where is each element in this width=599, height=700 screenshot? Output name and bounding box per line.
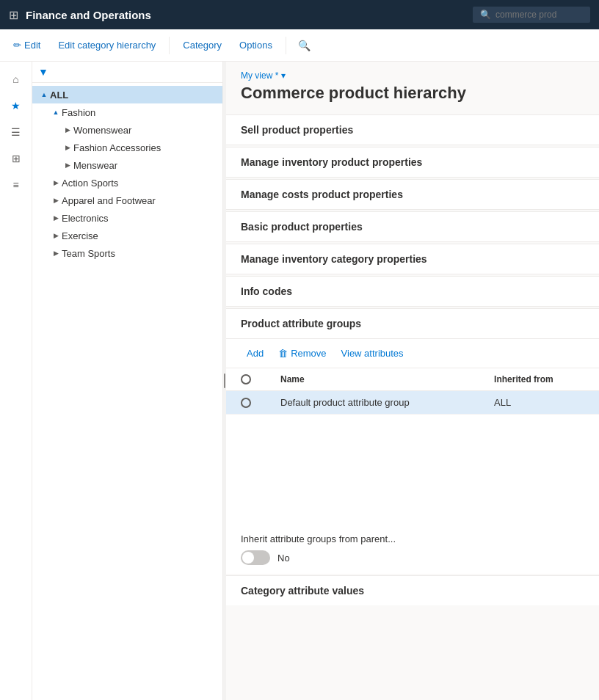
page-title: Commerce product hierarchy — [226, 84, 599, 114]
attr-inherited-from: ALL — [479, 391, 599, 415]
category-button[interactable]: Category — [175, 35, 229, 55]
tree-label-all: ALL — [50, 90, 68, 101]
chevron-action-sports: ▶ — [50, 177, 62, 189]
toggle-row: No — [241, 550, 584, 565]
tree-label-apparel-footwear: Apparel and Footwear — [62, 195, 156, 206]
section-inv-product-title: Manage inventory product properties — [241, 156, 422, 168]
tree-item-action-sports[interactable]: ▶ Action Sports — [32, 174, 222, 192]
options-button[interactable]: Options — [232, 35, 280, 55]
section-inv-category-title: Manage inventory category properties — [241, 253, 427, 265]
table-empty-area — [226, 415, 599, 525]
category-attr-values-section: Category attribute values — [226, 575, 599, 605]
table-row[interactable]: Default product attribute group ALL — [226, 391, 599, 415]
search-icon: 🔍 — [480, 10, 491, 20]
row-radio — [241, 398, 251, 408]
attr-group-name: Default product attribute group — [266, 391, 479, 415]
category-label: Category — [183, 40, 222, 51]
tree-item-womenswear[interactable]: ▶ Womenswear — [32, 121, 222, 139]
inherit-toggle[interactable] — [241, 550, 270, 565]
section-manage-inventory-product[interactable]: Manage inventory product properties — [226, 147, 599, 178]
trash-icon: 🗑 — [278, 348, 288, 359]
sidebar-item-lines[interactable]: ☰ — [4, 120, 28, 144]
section-manage-inventory-category[interactable]: Manage inventory category properties — [226, 244, 599, 274]
remove-attr-button[interactable]: 🗑 Remove — [272, 345, 332, 362]
inherit-label: Inherit attribute groups from parent... — [241, 533, 584, 544]
tree-item-apparel-footwear[interactable]: ▶ Apparel and Footwear — [32, 192, 222, 209]
commandbar-search-icon[interactable]: 🔍 — [292, 35, 316, 56]
attr-table-header-row: Name Inherited from — [226, 368, 599, 391]
tree-label-fashion-accessories: Fashion Accessories — [73, 142, 161, 153]
view-chevron-icon: ▾ — [281, 70, 286, 81]
add-attr-button[interactable]: Add — [241, 345, 269, 362]
tree-item-all[interactable]: ▲ ALL — [32, 86, 222, 103]
sidebar-item-home[interactable]: ⌂ — [4, 68, 28, 91]
grid-menu-icon[interactable]: ⊞ — [9, 8, 18, 22]
attr-table: Name Inherited from Default product attr… — [226, 368, 599, 415]
tree-content: ▲ ALL ▲ Fashion ▶ Womenswear ▶ Fashion A… — [32, 83, 222, 700]
tree-toolbar: ▼ — [32, 62, 222, 83]
header-radio — [241, 374, 251, 384]
section-sell-title: Sell product properties — [241, 124, 353, 136]
section-info-codes-title: Info codes — [241, 285, 292, 297]
chevron-fashion-accessories: ▶ — [62, 142, 73, 153]
tree-label-electronics: Electronics — [62, 213, 109, 224]
edit-category-hierarchy-button[interactable]: Edit category hierarchy — [51, 35, 163, 55]
col-inherited-from: Inherited from — [479, 368, 599, 391]
chevron-fashion: ▲ — [50, 106, 62, 118]
tree-label-womenswear: Womenswear — [73, 125, 131, 136]
tree-item-fashion-accessories[interactable]: ▶ Fashion Accessories — [32, 139, 222, 156]
separator-2 — [286, 37, 286, 54]
edit-button[interactable]: ✏ Edit — [6, 35, 48, 55]
tree-item-exercise[interactable]: ▶ Exercise — [32, 227, 222, 244]
remove-label: Remove — [291, 348, 326, 359]
commandbar: ✏ Edit Edit category hierarchy Category … — [0, 29, 599, 62]
section-basic-title: Basic product properties — [241, 221, 363, 233]
product-attribute-groups-section: Product attribute groups Add 🗑 Remove Vi… — [226, 308, 599, 574]
col-radio — [226, 368, 266, 391]
search-box[interactable]: 🔍 — [473, 7, 590, 23]
cat-attr-header[interactable]: Category attribute values — [226, 576, 599, 605]
tree-item-electronics[interactable]: ▶ Electronics — [32, 209, 222, 227]
tree-item-menswear[interactable]: ▶ Menswear — [32, 156, 222, 174]
tree-label-team-sports: Team Sports — [62, 248, 115, 259]
section-basic-product[interactable]: Basic product properties — [226, 211, 599, 242]
topbar: ⊞ Finance and Operations 🔍 — [0, 0, 599, 29]
section-info-codes[interactable]: Info codes — [226, 276, 599, 307]
section-sell-product-properties[interactable]: Sell product properties — [226, 114, 599, 145]
sidebar-item-grid[interactable]: ⊞ — [4, 147, 28, 170]
tree-panel: ▼ ▲ ALL ▲ Fashion ▶ Womenswear ▶ Fashion… — [32, 62, 223, 700]
search-input[interactable] — [495, 10, 584, 20]
filter-icon[interactable]: ▼ — [38, 66, 48, 78]
col-name: Name — [266, 368, 479, 391]
chevron-womenswear: ▶ — [62, 124, 73, 136]
sidebar-item-star[interactable]: ★ — [4, 94, 28, 117]
separator-1 — [169, 37, 170, 54]
attr-section-header[interactable]: Product attribute groups — [226, 309, 599, 339]
tree-label-fashion: Fashion — [62, 107, 95, 118]
tree-item-team-sports[interactable]: ▶ Team Sports — [32, 244, 222, 262]
view-attributes-button[interactable]: View attributes — [335, 345, 410, 362]
cat-attr-title: Category attribute values — [241, 585, 364, 597]
view-label-text: My view * — [241, 70, 278, 81]
resize-handle[interactable] — [223, 62, 226, 700]
options-label: Options — [239, 40, 272, 51]
content-panel: My view * ▾ Commerce product hierarchy S… — [226, 62, 599, 700]
edit-label: Edit — [24, 40, 40, 51]
view-attributes-label: View attributes — [341, 348, 404, 359]
inherit-section: Inherit attribute groups from parent... … — [226, 525, 599, 574]
chevron-electronics: ▶ — [50, 212, 62, 224]
section-manage-costs-product[interactable]: Manage costs product properties — [226, 179, 599, 210]
edit-icon: ✏ — [13, 40, 21, 51]
tree-label-exercise: Exercise — [62, 230, 98, 241]
row-radio-cell — [226, 391, 266, 415]
chevron-all: ▲ — [38, 89, 50, 101]
toggle-text: No — [277, 553, 290, 564]
tree-label-action-sports: Action Sports — [62, 178, 118, 189]
view-label-row[interactable]: My view * ▾ — [226, 62, 599, 84]
sidebar-item-list[interactable]: ≡ — [4, 173, 28, 197]
edit-category-hierarchy-label: Edit category hierarchy — [58, 40, 156, 51]
add-label: Add — [247, 348, 264, 359]
section-costs-title: Manage costs product properties — [241, 189, 403, 200]
attr-toolbar: Add 🗑 Remove View attributes — [226, 339, 599, 368]
tree-item-fashion[interactable]: ▲ Fashion — [32, 103, 222, 121]
